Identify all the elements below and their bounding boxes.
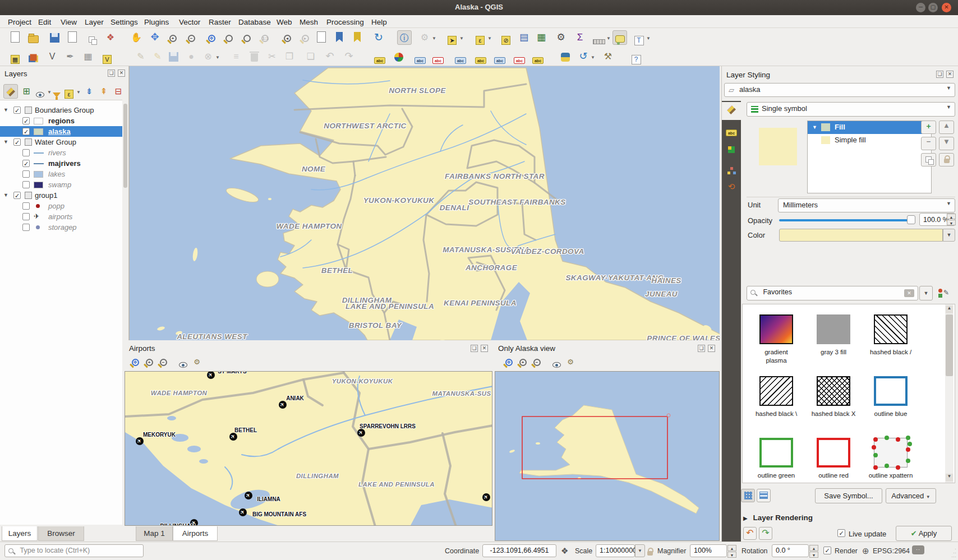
- zoom-next-icon[interactable]: ▸: [298, 30, 312, 45]
- move-up-button[interactable]: ▲: [939, 121, 954, 134]
- redo-style-button[interactable]: ↷: [759, 527, 772, 540]
- project-tools-icon[interactable]: ⚒: [601, 49, 615, 64]
- styling-tab-labels[interactable]: abc: [722, 121, 741, 139]
- menu-help[interactable]: Help: [369, 17, 389, 27]
- move-label-icon[interactable]: abc: [473, 49, 488, 64]
- map-tips-icon[interactable]: [612, 30, 627, 45]
- float-panel-icon[interactable]: ❏: [108, 70, 115, 77]
- visibility-checkbox[interactable]: [22, 202, 30, 210]
- visibility-checkbox[interactable]: [22, 170, 30, 178]
- style-manager-icon[interactable]: ✎: [937, 288, 951, 300]
- menu-database[interactable]: Database: [236, 17, 273, 27]
- zoom-in-icon[interactable]: +: [165, 30, 180, 45]
- expand-all-icon[interactable]: ⇟: [82, 84, 96, 99]
- new-shapefile-layer-icon[interactable]: [26, 49, 40, 64]
- text-annotation-icon[interactable]: T: [632, 30, 646, 45]
- float-panel-icon[interactable]: ❏: [471, 345, 478, 352]
- symbol-list-dropdown-icon[interactable]: ▼: [919, 286, 933, 300]
- symbol-hashed-black-[interactable]: [759, 376, 793, 406]
- locate-input[interactable]: Type to locate (Ctrl+K): [4, 544, 144, 557]
- python-console-icon[interactable]: [558, 49, 573, 64]
- menu-project[interactable]: Project: [6, 17, 34, 27]
- menu-view[interactable]: View: [58, 17, 79, 27]
- help-icon[interactable]: ?: [629, 49, 643, 64]
- symbol-gradient-plasma[interactable]: [759, 314, 793, 344]
- move-down-button[interactable]: ▼: [939, 137, 954, 150]
- apply-button[interactable]: ✔ Apply: [896, 526, 952, 541]
- measure-icon[interactable]: [592, 30, 606, 45]
- rotate-label-icon[interactable]: abc: [492, 49, 507, 64]
- new-geopackage-layer-icon[interactable]: ▦: [8, 49, 22, 64]
- scale-combo[interactable]: 1:10000000: [596, 544, 635, 557]
- menu-mesh[interactable]: Mesh: [297, 17, 320, 27]
- zoom-out-icon[interactable]: −: [184, 30, 199, 45]
- float-panel-icon[interactable]: ❏: [936, 71, 943, 78]
- layer-select-combo[interactable]: ▱ alaska ▼: [724, 83, 955, 97]
- menu-web[interactable]: Web: [274, 17, 294, 27]
- add-symbol-layer-button[interactable]: ＋: [921, 121, 936, 134]
- zoom-out-icon[interactable]: −: [531, 356, 543, 368]
- delete-selected-icon[interactable]: [247, 49, 261, 64]
- layer-rendering-section[interactable]: ▶ Layer Rendering: [743, 513, 813, 522]
- new-map-view-icon[interactable]: [314, 30, 329, 45]
- zoom-in-icon[interactable]: +: [517, 356, 529, 368]
- layout-manager-icon[interactable]: [84, 30, 99, 45]
- new-bookmark-icon[interactable]: [350, 30, 365, 45]
- layer-item-boundaries-group[interactable]: ▼✓Boundaries Group: [0, 105, 122, 115]
- zoom-native-icon[interactable]: 1:1: [257, 30, 272, 45]
- symbol-tree-row-fill[interactable]: ▼ Fill: [808, 121, 931, 134]
- close-panel-icon[interactable]: ✕: [118, 70, 125, 77]
- renderer-combo[interactable]: Single symbol ▼: [747, 102, 955, 117]
- caret-down-icon[interactable]: ▼: [3, 137, 8, 147]
- run-feature-action-icon-dropdown[interactable]: ▼: [432, 36, 436, 41]
- list-view-toggle[interactable]: [757, 489, 771, 502]
- resize-grip[interactable]: ······: [951, 547, 956, 559]
- alaska-map-canvas[interactable]: [495, 371, 720, 541]
- save-project-icon[interactable]: [47, 30, 62, 45]
- extents-icon[interactable]: ❖: [561, 546, 568, 556]
- layer-item-swamp[interactable]: swamp: [0, 179, 122, 190]
- save-symbol-button[interactable]: Save Symbol...: [815, 488, 882, 503]
- digitize-icon[interactable]: ●: [184, 49, 199, 64]
- measure-icon-dropdown[interactable]: ▼: [606, 36, 611, 41]
- new-memory-layer-icon[interactable]: ✒: [63, 49, 77, 64]
- color-button[interactable]: [779, 229, 943, 242]
- visibility-checkbox[interactable]: [22, 213, 30, 220]
- refresh-icon[interactable]: ↻: [371, 30, 386, 45]
- select-by-expression-icon[interactable]: ε: [473, 30, 487, 45]
- live-update-checkbox[interactable]: ✓: [837, 529, 845, 537]
- symbol-outline-red[interactable]: [817, 438, 850, 468]
- remove-symbol-layer-button[interactable]: −: [921, 137, 936, 150]
- spin-down-icon[interactable]: ▼: [947, 220, 956, 225]
- layer-item-rivers[interactable]: rivers: [0, 147, 122, 158]
- set-view-theme-icon[interactable]: [550, 356, 563, 368]
- render-checkbox[interactable]: ✓: [823, 547, 831, 554]
- slider-handle[interactable]: [907, 215, 915, 224]
- layer-item-alaska[interactable]: ✓alaska: [0, 126, 122, 137]
- map-tab-map-1[interactable]: Map 1: [136, 526, 173, 541]
- zoom-full-icon[interactable]: ✥: [204, 30, 219, 45]
- symbol-outline-blue[interactable]: [874, 376, 908, 406]
- zoom-to-layer-icon[interactable]: [239, 30, 254, 45]
- close-icon[interactable]: ✕: [942, 3, 951, 12]
- field-calculator-icon[interactable]: ▦: [534, 30, 549, 45]
- crs-globe-icon[interactable]: ⊕: [862, 546, 869, 556]
- layer-labeling-icon[interactable]: abc: [372, 49, 387, 64]
- new-spatialite-layer-icon[interactable]: V: [45, 49, 59, 64]
- lock-scale-icon[interactable]: [647, 547, 653, 554]
- caret-down-icon[interactable]: ▼: [3, 105, 8, 115]
- select-features-icon[interactable]: ➤: [445, 30, 459, 45]
- caret-down-icon[interactable]: ▼: [812, 124, 817, 130]
- run-feature-action-icon[interactable]: ⚙: [417, 30, 432, 45]
- undo-icon[interactable]: ↶: [323, 49, 337, 64]
- float-panel-icon[interactable]: ❏: [698, 345, 705, 352]
- add-group-icon[interactable]: ⊞: [19, 84, 34, 99]
- color-dropdown-icon[interactable]: ▼: [943, 229, 955, 242]
- identify-features-icon[interactable]: ⓘ: [397, 30, 412, 45]
- lock-color-button[interactable]: [939, 153, 954, 166]
- layer-item-regions[interactable]: ✓regions: [0, 115, 122, 126]
- styling-tab-diagrams[interactable]: [722, 159, 741, 177]
- layer-item-storagep[interactable]: storagep: [0, 222, 122, 233]
- toggle-editing-icon[interactable]: ✎: [150, 49, 165, 64]
- zoom-full-icon[interactable]: ✥: [503, 356, 515, 368]
